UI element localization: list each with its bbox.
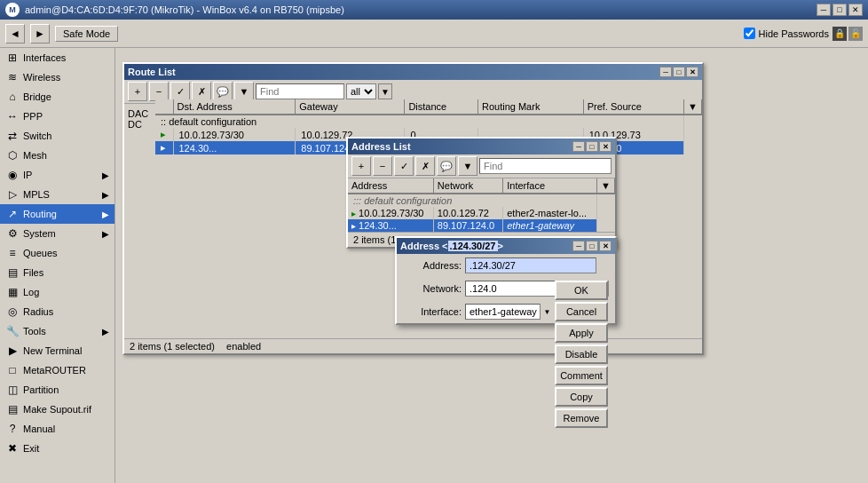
sidebar-item-ppp[interactable]: ↔ PPP	[0, 107, 114, 126]
switch-icon: ⇄	[5, 129, 20, 143]
routing-enabled-label: enabled	[226, 341, 261, 352]
back-button[interactable]: ◄	[5, 24, 25, 44]
routing-close-button[interactable]: ✕	[686, 67, 698, 77]
address-field-row: Address:	[397, 254, 548, 277]
table-row[interactable]: ▸ 10.0.129.73/30 10.0.129.72 ether2-mast…	[348, 207, 615, 219]
sidebar-item-log[interactable]: ▦ Log	[0, 282, 114, 302]
close-button[interactable]: ✕	[848, 4, 863, 16]
row1-dst: 10.0.129.73/30	[173, 128, 296, 141]
sidebar-item-switch[interactable]: ⇄ Switch	[0, 126, 114, 146]
interface-label: Interface:	[404, 306, 462, 317]
copy-button[interactable]: Copy	[555, 387, 608, 407]
table-row[interactable]: ▸ 124.30... 89.107.124.0 ether1-gateway	[348, 219, 615, 232]
title-bar-controls: ─ □ ✕	[817, 4, 863, 16]
addr-comment-button[interactable]: 💬	[437, 156, 456, 176]
routing-all-select[interactable]: all	[346, 83, 376, 99]
col-pref-source[interactable]: Pref. Source	[583, 99, 683, 115]
col-dst-address[interactable]: Dst. Address	[173, 99, 296, 115]
sidebar-item-system[interactable]: ⚙ System ▶	[0, 224, 114, 243]
address-list-table-container: Address Network Interface ▼ ::: default …	[348, 178, 615, 232]
sidebar-item-files[interactable]: ▤ Files	[0, 263, 114, 282]
sidebar-item-manual[interactable]: ? Manual	[0, 419, 114, 439]
sidebar-item-system-label: System	[23, 228, 56, 239]
routing-dropdown-arrow[interactable]: ▼	[378, 83, 392, 99]
restore-button[interactable]: □	[832, 4, 847, 16]
address-input[interactable]	[465, 257, 596, 273]
addr-disable-button[interactable]: ✗	[415, 156, 435, 176]
sidebar-item-new-terminal-label: New Terminal	[23, 345, 82, 356]
routing-search-input[interactable]	[256, 83, 344, 99]
hide-passwords-checkbox[interactable]	[744, 28, 755, 39]
routing-add-button[interactable]: +	[128, 82, 147, 101]
addr-close-button[interactable]: ✕	[599, 141, 612, 152]
col-flag[interactable]	[155, 99, 173, 115]
minimize-button[interactable]: ─	[817, 4, 831, 16]
addr-edit-restore-button[interactable]: □	[586, 241, 598, 251]
system-expand-icon: ▶	[102, 229, 109, 239]
routing-dac-label: DAC	[128, 108, 148, 119]
routing-minimize-button[interactable]: ─	[659, 67, 672, 77]
col-interface[interactable]: Interface	[503, 178, 597, 194]
sidebar-item-tools[interactable]: 🔧 Tools ▶	[0, 321, 114, 341]
address-list-title-bar[interactable]: Address List ─ □ ✕	[348, 139, 615, 154]
sidebar-item-mpls[interactable]: ▷ MPLS ▶	[0, 185, 114, 204]
routing-window-title-bar[interactable]: Route List ─ □ ✕	[124, 64, 702, 80]
sidebar-item-radius-label: Radius	[23, 306, 53, 317]
routing-remove-button[interactable]: −	[149, 82, 169, 101]
sidebar-item-ppp-label: PPP	[23, 111, 43, 122]
routing-restore-button[interactable]: □	[673, 67, 685, 77]
sidebar-item-mesh[interactable]: ⬡ Mesh	[0, 146, 114, 165]
routing-enable-button[interactable]: ✓	[170, 82, 190, 101]
safe-mode-button[interactable]: Safe Mode	[55, 26, 118, 42]
comment-button[interactable]: Comment	[555, 366, 608, 385]
col-distance[interactable]: Distance	[405, 99, 478, 115]
sidebar-item-ip[interactable]: ◉ IP ▶	[0, 165, 114, 185]
sidebar-item-make-supout[interactable]: ▤ Make Supout.rif	[0, 400, 114, 419]
ok-button[interactable]: OK	[555, 281, 608, 300]
address-list-window: Address List ─ □ ✕ + − ✓ ✗ 💬 ▼	[346, 137, 617, 249]
apply-button[interactable]: Apply	[555, 323, 608, 343]
sidebar-item-bridge-label: Bridge	[23, 91, 51, 102]
interface-select[interactable]: ether1-gateway	[465, 304, 554, 320]
col-dropdown[interactable]: ▼	[597, 178, 615, 194]
col-network[interactable]: Network	[433, 178, 502, 194]
col-routing-mark[interactable]: Routing Mark	[477, 99, 583, 115]
forward-button[interactable]: ►	[30, 24, 50, 44]
sidebar-item-radius[interactable]: ◎ Radius	[0, 302, 114, 321]
cancel-button[interactable]: Cancel	[555, 302, 608, 321]
addr-minimize-button[interactable]: ─	[572, 141, 585, 152]
addr-search-input[interactable]	[479, 158, 612, 174]
sidebar-item-interfaces[interactable]: ⊞ Interfaces	[0, 48, 114, 67]
sidebar-item-partition[interactable]: ◫ Partition	[0, 380, 114, 400]
routing-window-title: Route List	[128, 67, 176, 77]
addr-remove-button[interactable]: −	[373, 156, 392, 176]
addr-enable-button[interactable]: ✓	[394, 156, 414, 176]
sidebar-item-metarouter[interactable]: □ MetaROUTER	[0, 360, 114, 380]
routing-comment-button[interactable]: 💬	[213, 82, 233, 101]
col-address[interactable]: Address	[348, 178, 433, 194]
disable-button[interactable]: Disable	[555, 344, 608, 364]
addr-edit-minimize-button[interactable]: ─	[572, 241, 585, 251]
sidebar-item-queues[interactable]: ≡ Queues	[0, 243, 114, 263]
sidebar-item-bridge[interactable]: ⌂ Bridge	[0, 87, 114, 107]
addr-add-button[interactable]: +	[351, 156, 371, 176]
addr-filter-button[interactable]: ▼	[458, 156, 477, 176]
row2-flag: ▸	[155, 141, 173, 154]
addr-row1-network: 10.0.129.72	[433, 207, 502, 219]
remove-button[interactable]: Remove	[555, 408, 608, 428]
bridge-icon: ⌂	[5, 90, 20, 104]
routing-filter-button[interactable]: ▼	[234, 82, 254, 101]
sidebar-item-new-terminal[interactable]: ▶ New Terminal	[0, 341, 114, 360]
hide-passwords-label[interactable]: Hide Passwords	[759, 28, 829, 39]
addr-edit-title-bar[interactable]: Address <.124.30/27> ─ □ ✕	[397, 238, 615, 254]
make-supout-icon: ▤	[5, 402, 20, 416]
sidebar-item-routing[interactable]: ↗ Routing ▶	[0, 204, 114, 224]
sidebar-item-wireless[interactable]: ≋ Wireless	[0, 67, 114, 87]
sidebar-item-exit[interactable]: ✖ Exit	[0, 439, 114, 458]
ip-icon: ◉	[5, 168, 20, 182]
col-gateway[interactable]: Gateway	[296, 99, 405, 115]
routing-disable-button[interactable]: ✗	[192, 82, 211, 101]
sidebar-item-mpls-label: MPLS	[23, 189, 50, 200]
addr-restore-button[interactable]: □	[586, 141, 598, 152]
addr-edit-close-button[interactable]: ✕	[599, 241, 612, 251]
